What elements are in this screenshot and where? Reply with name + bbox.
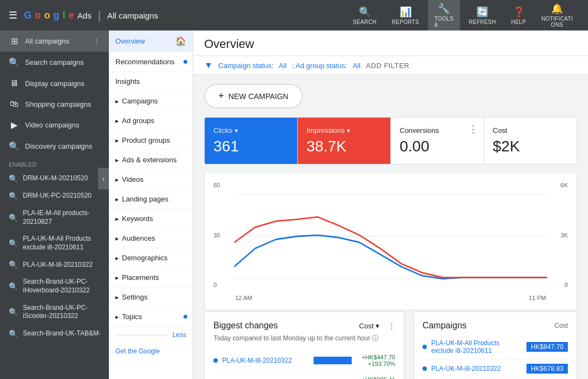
reports-nav-button[interactable]: 📊 REPORTS — [385, 3, 425, 28]
camp-cost-2: HK$678.83 — [526, 364, 568, 374]
sec-nav-landing-pages-label: Landing pages — [122, 195, 186, 203]
main-header: Overview — [193, 30, 588, 56]
pla-ie-m-label: PLA-IE-M-All products-20210827 — [23, 209, 102, 226]
metrics-more-icon[interactable]: ⋮ — [468, 123, 478, 135]
sec-nav-recommendations[interactable]: Recommendations — [109, 52, 193, 72]
filter-bar: ▼ Campaign status: All ; Ad group status… — [193, 56, 588, 75]
logo-o1: o — [35, 10, 41, 21]
layout: ⊞ All campaigns ⋮ 🔍 Search campaigns 🖥 D… — [0, 30, 588, 379]
sidebar-item-video-campaigns[interactable]: ▶ Video campaigns — [0, 114, 109, 136]
sec-nav-settings[interactable]: ▸ Settings — [109, 288, 193, 307]
sec-nav-demographics[interactable]: ▸ Demographics — [109, 248, 193, 268]
help-nav-icon: ❓ — [513, 6, 525, 18]
bc-bar-1 — [314, 357, 352, 364]
sec-nav-audiences[interactable]: ▸ Audiences — [109, 229, 193, 248]
bc-value1-2: +HK$305.41 — [362, 376, 395, 379]
bc-value2-1: +193.70% — [362, 360, 395, 367]
pla-uk-m-i8-label: PLA-UK-M-i8-20210322 — [23, 261, 102, 270]
cost-metric: Cost $2K — [484, 118, 577, 164]
campaign-status-value[interactable]: All — [279, 62, 286, 70]
ad-group-status-value[interactable]: All — [353, 62, 360, 70]
all-campaigns-more-icon[interactable]: ⋮ — [93, 37, 100, 46]
camp-name-1[interactable]: PLA-UK-M-All Products exclude i8-2021061… — [431, 339, 522, 354]
cost-dropdown-label: Cost ▾ — [359, 322, 379, 330]
sidebar-campaign-drm-uk-m[interactable]: 🔍 DRM-UK-M-20210520 › — [0, 170, 109, 187]
sidebar-item-shopping-campaigns[interactable]: 🛍 Shopping campaigns — [0, 94, 109, 114]
notifications-nav-button[interactable]: 🔔 NOTIFICATIONS — [535, 0, 579, 31]
add-filter-button[interactable]: ADD FILTER — [366, 62, 409, 70]
chart-y-labels-right: 6K 3K 0 — [561, 182, 568, 288]
sec-nav-less[interactable]: Less — [109, 327, 193, 343]
help-nav-button[interactable]: ❓ HELP — [505, 3, 532, 28]
sec-nav-ad-groups-label: Ad groups — [122, 117, 186, 125]
new-campaign-button[interactable]: + NEW CAMPAIGN — [204, 84, 303, 108]
top-nav-left: ☰ Google Ads | All campaigns — [9, 9, 338, 22]
drm-uk-pc-label: DRM-UK-PC-20210520 — [23, 192, 102, 200]
pla-uk-m-i8-icon: 🔍 — [9, 260, 19, 269]
sidebar-campaign-search-brand-tab[interactable]: 🔍 Search-Brand-UK-TAB&M- — [0, 325, 109, 343]
search-brand-tab-icon: 🔍 — [9, 329, 19, 338]
page-title: Overview — [204, 37, 577, 51]
cost-dropdown[interactable]: Cost ▾ — [359, 322, 379, 330]
sec-nav-audiences-label: Audiences — [122, 234, 186, 242]
impressions-dropdown-icon[interactable]: ▾ — [347, 127, 350, 135]
impressions-value: 38.7K — [307, 138, 382, 155]
sec-nav-campaigns[interactable]: ▸ Campaigns — [109, 91, 193, 111]
secondary-nav: Overview 🏠 Recommendations Insights ▸ Ca… — [109, 30, 193, 379]
sec-nav-get-google[interactable]: Get the Google — [109, 343, 193, 359]
tools-nav-button[interactable]: 🔧 TOOLS& — [428, 0, 460, 31]
clicks-label: Clicks ▾ — [213, 126, 289, 135]
sidebar-shopping-campaigns-label: Shopping campaigns — [25, 100, 100, 108]
sidebar-campaign-pla-uk-m-i8[interactable]: 🔍 PLA-UK-M-i8-20210322 — [0, 256, 109, 273]
nav-title: All campaigns — [107, 11, 158, 20]
product-groups-arrow-icon: ▸ — [115, 137, 119, 144]
google-ads-logo: Google Ads — [24, 10, 91, 21]
search-nav-button[interactable]: 🔍 SEARCH — [346, 3, 383, 28]
sidebar-item-search-campaigns[interactable]: 🔍 Search campaigns — [0, 52, 109, 73]
sec-nav-placements[interactable]: ▸ Placements — [109, 268, 193, 288]
hamburger-icon[interactable]: ☰ — [9, 9, 17, 21]
cost-label: Cost — [493, 126, 568, 135]
sec-nav-videos[interactable]: ▸ Videos — [109, 170, 193, 190]
sidebar-campaign-search-brand-hover[interactable]: 🔍 Search-Brand-UK-PC-iHoverboard-2021032… — [0, 273, 109, 299]
sec-nav-insights[interactable]: Insights — [109, 72, 193, 91]
drm-uk-m-icon: 🔍 — [9, 174, 19, 183]
camp-dot-2 — [422, 366, 427, 371]
sidebar-campaign-search-brand-iscoot[interactable]: 🔍 Search-Brand-UK-PC-iScooter-20210322 — [0, 299, 109, 325]
drm-uk-m-label: DRM-UK-M-20210520 — [23, 174, 102, 183]
sec-nav-ads-extensions[interactable]: ▸ Ads & extensions — [109, 150, 193, 170]
sec-nav-product-groups[interactable]: ▸ Product groups — [109, 131, 193, 150]
biggest-changes-more-icon[interactable]: ⋮ — [388, 322, 395, 330]
sec-nav-ad-groups[interactable]: ▸ Ad groups — [109, 111, 193, 131]
sidebar-campaign-pla-uk-m-excl[interactable]: 🔍 PLA-UK-M-All Products exclude i8-20210… — [0, 230, 109, 256]
sidebar-campaign-pla-ie-m[interactable]: 🔍 PLA-IE-M-All products-20210827 — [0, 205, 109, 230]
camp-row-2: PLA-UK-M-i8-20210322 HK$678.83 — [422, 359, 568, 378]
camp-dot-1 — [422, 345, 427, 349]
sec-nav-keywords[interactable]: ▸ Keywords — [109, 209, 193, 229]
clicks-metric: Clicks ▾ 361 — [205, 118, 298, 164]
campaigns-card: Campaigns Cost PLA-UK-M-All Products exc… — [413, 311, 577, 379]
sec-nav-landing-pages[interactable]: ▸ Landing pages — [109, 190, 193, 209]
sec-nav-topics[interactable]: ▸ Topics — [109, 307, 193, 327]
sec-nav-overview[interactable]: Overview 🏠 — [109, 30, 193, 52]
sidebar-item-display-campaigns[interactable]: 🖥 Display campaigns — [0, 73, 109, 94]
sidebar-item-all-campaigns[interactable]: ⊞ All campaigns ⋮ — [0, 30, 109, 52]
camp-name-2[interactable]: PLA-UK-M-i8-20210322 — [431, 365, 522, 372]
metrics-row: Clicks ▾ 361 Impressions ▾ 38.7K Convers… — [204, 117, 577, 164]
top-nav: ☰ Google Ads | All campaigns 🔍 SEARCH 📊 … — [0, 0, 588, 30]
bc-name-1[interactable]: PLA-UK-M-i8-20210322 — [222, 357, 309, 364]
sidebar-campaign-drm-uk-pc[interactable]: 🔍 DRM-UK-PC-20210520 — [0, 187, 109, 205]
get-google-label: Get the Google — [115, 347, 160, 355]
clicks-dropdown-icon[interactable]: ▾ — [235, 127, 238, 135]
search-brand-hover-label: Search-Brand-UK-PC-iHoverboard-20210322 — [23, 278, 102, 295]
sidebar-item-discovery-campaigns[interactable]: 🔍 Discovery campaigns — [0, 136, 109, 157]
demographics-arrow-icon: ▸ — [115, 254, 119, 262]
sidebar-chevron-right-icon[interactable]: › — [98, 168, 109, 190]
refresh-nav-button[interactable]: 🔄 REFRESH — [462, 3, 503, 28]
bc-value1-1: +HK$447.70 — [362, 354, 395, 360]
sec-nav-placements-label: Placements — [122, 273, 186, 282]
new-campaign-label: NEW CAMPAIGN — [229, 92, 289, 101]
biggest-changes-card: Biggest changes Cost ▾ ⋮ Today compared … — [204, 311, 405, 379]
y-label-3k: 3K — [561, 232, 568, 239]
clicks-value: 361 — [213, 138, 289, 155]
